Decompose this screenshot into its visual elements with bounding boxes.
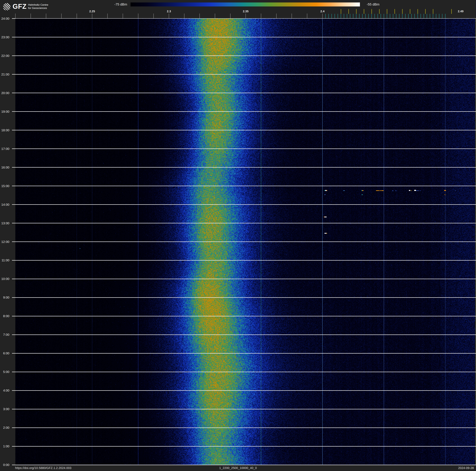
time-tick-label: 19:00 bbox=[0, 109, 9, 114]
ble-channel-tick bbox=[338, 14, 338, 18]
wifi-channel-tick bbox=[402, 9, 403, 14]
time-tick-label: 9:00 bbox=[0, 295, 9, 300]
doi-link[interactable]: https://doi.org/10.5880/GFZ.1.2.2024.003 bbox=[15, 466, 71, 471]
freq-tick-label: 2.35 bbox=[238, 9, 253, 14]
freq-tick-minor bbox=[246, 14, 246, 18]
time-tick-label: 1:00 bbox=[0, 444, 9, 448]
freq-tick-minor bbox=[46, 14, 46, 18]
ble-channel-tick bbox=[421, 14, 421, 18]
ble-channel-tick bbox=[436, 14, 436, 18]
time-tick-label: 11:00 bbox=[0, 258, 9, 262]
hour-gridline bbox=[12, 465, 476, 465]
ble-channel-tick bbox=[442, 14, 442, 18]
wifi-channel-tick bbox=[348, 9, 349, 14]
hour-gridline bbox=[12, 223, 476, 223]
ble-channel-tick bbox=[418, 14, 418, 18]
ble-channel-tick bbox=[344, 14, 344, 18]
freq-tick-minor bbox=[276, 14, 276, 18]
hour-gridline bbox=[12, 297, 476, 298]
ble-channel-tick bbox=[402, 14, 402, 18]
ble-channel-tick bbox=[427, 14, 427, 18]
time-tick-label: 20:00 bbox=[0, 91, 9, 95]
wifi-channel-tick bbox=[451, 9, 452, 14]
freq-tick-minor bbox=[292, 14, 292, 18]
freq-tick-minor bbox=[184, 14, 184, 18]
ble-channel-tick bbox=[378, 14, 378, 18]
ble-channel-tick bbox=[372, 14, 372, 18]
logo-brand: GFZ bbox=[13, 3, 27, 10]
hour-gridline bbox=[12, 316, 476, 316]
time-tick-label: 15:00 bbox=[0, 184, 9, 188]
hour-gridline bbox=[12, 111, 476, 112]
ble-channel-tick bbox=[332, 14, 332, 18]
ble-channel-tick bbox=[341, 14, 341, 18]
logo-subtitle: Helmholtz Centre for Geosciences bbox=[28, 3, 48, 10]
ble-channel-tick bbox=[396, 14, 396, 18]
freq-tick-minor bbox=[200, 14, 200, 18]
hour-gridline bbox=[12, 167, 476, 167]
wifi-channel-tick bbox=[372, 9, 372, 14]
ble-channel-tick bbox=[365, 14, 366, 18]
freq-tick-minor bbox=[107, 14, 108, 18]
logo-subtitle-line1: Helmholtz Centre bbox=[28, 3, 48, 6]
ble-channel-tick bbox=[359, 14, 359, 18]
hour-gridline bbox=[12, 353, 476, 354]
hour-gridline bbox=[12, 446, 476, 447]
wifi-channel-tick bbox=[364, 9, 364, 14]
time-tick-label: 10:00 bbox=[0, 277, 9, 281]
time-tick-label: 4:00 bbox=[0, 388, 9, 393]
wifi-channel-tick bbox=[418, 9, 418, 14]
ble-channel-tick bbox=[445, 14, 445, 18]
ble-channel-tick bbox=[368, 14, 369, 18]
time-tick-label: 6:00 bbox=[0, 351, 9, 355]
colorbar-max-label: -55 dBm bbox=[367, 2, 397, 7]
hour-gridline bbox=[12, 186, 476, 186]
ble-channel-tick bbox=[384, 14, 384, 18]
hour-gridline bbox=[12, 241, 476, 242]
freq-tick-minor bbox=[153, 14, 154, 18]
freq-tick-minor bbox=[61, 14, 62, 18]
colorbar-gradient bbox=[131, 2, 360, 6]
time-tick-label: 14:00 bbox=[0, 202, 9, 207]
wifi-channel-tick bbox=[425, 9, 426, 14]
freq-tick-minor bbox=[92, 14, 92, 18]
wifi-channel-tick bbox=[356, 9, 357, 14]
time-tick-label: 7:00 bbox=[0, 332, 9, 337]
freq-tick-minor bbox=[15, 14, 16, 18]
hour-gridline bbox=[12, 130, 476, 130]
freq-tick-minor bbox=[31, 14, 31, 18]
logo-subtitle-line2: for Geosciences bbox=[28, 6, 48, 10]
freq-tick-minor bbox=[169, 14, 169, 18]
ble-channel-tick bbox=[374, 14, 375, 18]
hour-gridline bbox=[12, 260, 476, 261]
page-root: { "page": {"background": "#232323", "wid… bbox=[0, 0, 476, 471]
time-tick-label: 16:00 bbox=[0, 165, 9, 170]
colorbar-min-label: -75 dBm bbox=[96, 2, 127, 7]
freq-tick-label: 2.3 bbox=[161, 9, 177, 14]
ble-channel-tick bbox=[350, 14, 350, 18]
ble-channel-tick bbox=[408, 14, 408, 18]
ble-channel-tick bbox=[387, 14, 387, 18]
time-tick-label: 17:00 bbox=[0, 147, 9, 151]
hour-gridline bbox=[12, 37, 476, 37]
time-tick-label: 12:00 bbox=[0, 240, 9, 244]
time-tick-label: 0:00 bbox=[0, 463, 9, 467]
date-label: 2024-09-28 bbox=[458, 466, 474, 471]
ble-channel-tick bbox=[439, 14, 439, 18]
hour-gridline bbox=[12, 74, 476, 74]
freq-tick-label: 2.4 bbox=[315, 9, 330, 14]
wifi-channel-tick bbox=[387, 9, 387, 14]
time-tick-label: 2:00 bbox=[0, 425, 9, 430]
hour-gridline bbox=[12, 409, 476, 409]
ble-channel-tick bbox=[433, 14, 433, 18]
freq-tick-label: 2.25 bbox=[85, 9, 100, 14]
freq-tick-minor bbox=[230, 14, 230, 18]
time-tick-label: 23:00 bbox=[0, 35, 9, 39]
hour-gridline bbox=[12, 334, 476, 335]
time-tick-label: 13:00 bbox=[0, 221, 9, 225]
wifi-channel-tick bbox=[379, 9, 380, 14]
hour-gridline bbox=[12, 428, 476, 428]
hour-gridline bbox=[12, 204, 476, 205]
ble-channel-tick bbox=[353, 14, 353, 18]
gfz-globe-icon bbox=[3, 3, 10, 10]
